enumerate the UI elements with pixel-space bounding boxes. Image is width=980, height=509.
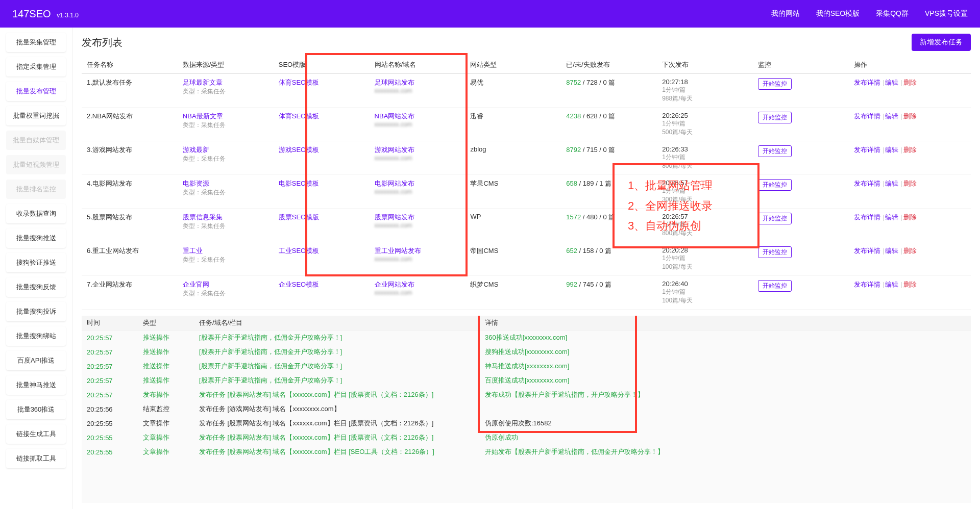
sidebar-item[interactable]: 收录数据查询 <box>6 204 66 223</box>
detail-link[interactable]: 发布详情 <box>854 180 880 187</box>
detail-link[interactable]: 发布详情 <box>854 213 880 221</box>
title-row: 发布列表 新增发布任务 <box>82 34 971 51</box>
table-row: 5.股票网站发布股票信息采集类型：采集任务股票SEO模版股票网站发布xxxxxx… <box>82 209 971 242</box>
nav-link[interactable]: 我的SEO模版 <box>816 9 860 18</box>
sidebar-item[interactable]: 批量权重词挖掘 <box>6 106 66 125</box>
delete-link[interactable]: 删除 <box>903 146 917 154</box>
monitor-cell: 开始监控 <box>753 108 849 141</box>
task-name: 5.股票网站发布 <box>82 209 178 242</box>
source-link[interactable]: NBA最新文章 <box>183 112 223 120</box>
delete-link[interactable]: 删除 <box>903 247 917 254</box>
edit-link[interactable]: 编辑 <box>885 112 898 120</box>
edit-link[interactable]: 编辑 <box>885 79 898 86</box>
data-source: 游戏最新类型：采集任务 <box>178 141 274 175</box>
seo-link[interactable]: 企业SEO模板 <box>279 281 319 288</box>
sidebar-item[interactable]: 链接生成工具 <box>6 424 66 444</box>
site-type: zblog <box>465 141 561 175</box>
sidebar-item[interactable]: 批量搜狗推送 <box>6 228 66 248</box>
delete-link[interactable]: 删除 <box>903 79 917 86</box>
log-type: 推送操作 <box>138 373 194 388</box>
annotation-line: 2、全网推送收录 <box>628 196 744 216</box>
sidebar-item[interactable]: 批量搜狗反馈 <box>6 277 66 297</box>
task-name: 2.NBA网站发布 <box>82 108 178 141</box>
source-link[interactable]: 重工业 <box>183 247 203 254</box>
next-publish: 20:27:181分钟/篇988篇/每天 <box>657 74 753 108</box>
source-link[interactable]: 企业官网 <box>183 281 209 288</box>
log-task: [股票开户新手避坑指南，低佣金开户攻略分享！] <box>194 373 480 388</box>
detail-link[interactable]: 发布详情 <box>854 146 880 154</box>
start-monitor-button[interactable]: 开始监控 <box>758 112 792 123</box>
start-monitor-button[interactable]: 开始监控 <box>758 78 792 90</box>
sidebar-item[interactable]: 指定采集管理 <box>6 57 66 77</box>
log-task: 发布任务 [股票网站发布] 域名【xxxxxx.com】栏目 [股票资讯（文档：… <box>194 388 480 402</box>
sidebar-item[interactable]: 链接抓取工具 <box>6 449 66 468</box>
add-publish-task-button[interactable]: 新增发布任务 <box>912 34 971 51</box>
log-task: 发布任务 [股票网站发布] 域名【xxxxxx.com】栏目 [股票资讯（文档：… <box>194 430 480 445</box>
nav-link[interactable]: 采集QQ群 <box>876 9 909 18</box>
site-type: 易优 <box>465 74 561 108</box>
monitor-cell: 开始监控 <box>753 242 849 276</box>
delete-link[interactable]: 删除 <box>903 213 917 221</box>
sidebar-item[interactable]: 搜狗验证推送 <box>6 253 66 272</box>
detail-link[interactable]: 发布详情 <box>854 79 880 86</box>
start-monitor-button[interactable]: 开始监控 <box>758 179 792 191</box>
sidebar-item[interactable]: 批量神马推送 <box>6 375 66 395</box>
site-type: WP <box>465 209 561 242</box>
task-name: 1.默认发布任务 <box>82 74 178 108</box>
log-time: 20:25:55 <box>82 430 138 445</box>
start-monitor-button[interactable]: 开始监控 <box>758 145 792 157</box>
detail-link[interactable]: 发布详情 <box>854 112 880 120</box>
edit-link[interactable]: 编辑 <box>885 213 898 221</box>
sidebar-item[interactable]: 批量搜狗绑站 <box>6 326 66 346</box>
edit-link[interactable]: 编辑 <box>885 180 898 187</box>
annotation-line: 1、批量网站管理 <box>628 175 744 196</box>
brand-name: 147SEO <box>12 8 51 19</box>
seo-template: 企业SEO模板 <box>274 276 370 310</box>
operation-cell: 发布详情|编辑|删除 <box>849 175 971 209</box>
log-task: 发布任务 [游戏网站发布] 域名【xxxxxxxx.com】 <box>194 402 480 416</box>
brand-version: v1.3.1.0 <box>57 12 79 19</box>
start-monitor-button[interactable]: 开始监控 <box>758 213 792 224</box>
delete-link[interactable]: 删除 <box>903 281 917 288</box>
nav-link[interactable]: VPS拨号设置 <box>925 9 968 18</box>
log-time: 20:25:57 <box>82 359 138 373</box>
start-monitor-button[interactable]: 开始监控 <box>758 280 792 292</box>
source-link[interactable]: 足球最新文章 <box>183 79 223 86</box>
table-row: 4.电影网站发布电影资源类型：采集任务电影SEO模板电影网站发布xxxxxxxx… <box>82 175 971 209</box>
table-header: 网站类型 <box>465 56 561 74</box>
operation-cell: 发布详情|编辑|删除 <box>849 242 971 276</box>
edit-link[interactable]: 编辑 <box>885 281 898 288</box>
sidebar-item[interactable]: 百度API推送 <box>6 351 66 370</box>
operation-cell: 发布详情|编辑|删除 <box>849 141 971 175</box>
sidebar: 批量采集管理指定采集管理批量发布管理批量权重词挖掘批量自媒体管理批量短视频管理批… <box>0 28 72 509</box>
sidebar-item[interactable]: 批量360推送 <box>6 400 66 419</box>
delete-link[interactable]: 删除 <box>903 180 917 187</box>
data-source: 企业官网类型：采集任务 <box>178 276 274 310</box>
log-time: 20:25:56 <box>82 402 138 416</box>
table-header: 监控 <box>753 56 849 74</box>
detail-link[interactable]: 发布详情 <box>854 247 880 254</box>
table-header: 操作 <box>849 56 971 74</box>
source-link[interactable]: 电影资源 <box>183 180 209 187</box>
operation-cell: 发布详情|编辑|删除 <box>849 74 971 108</box>
publish-count: 8752 / 728 / 0 篇 <box>561 74 657 108</box>
edit-link[interactable]: 编辑 <box>885 247 898 254</box>
edit-link[interactable]: 编辑 <box>885 146 898 154</box>
task-name: 6.重工业网站发布 <box>82 242 178 276</box>
log-type: 文章操作 <box>138 445 194 459</box>
log-header: 类型 <box>138 316 194 330</box>
start-monitor-button[interactable]: 开始监控 <box>758 246 792 258</box>
source-link[interactable]: 股票信息采集 <box>183 213 223 221</box>
delete-link[interactable]: 删除 <box>903 112 917 120</box>
site-link[interactable]: 企业网站发布 <box>375 281 414 288</box>
sidebar-item[interactable]: 批量采集管理 <box>6 33 66 52</box>
operation-cell: 发布详情|编辑|删除 <box>849 108 971 141</box>
table-header: 数据来源/类型 <box>178 56 274 74</box>
monitor-cell: 开始监控 <box>753 141 849 175</box>
sidebar-item[interactable]: 批量发布管理 <box>6 82 66 101</box>
detail-link[interactable]: 发布详情 <box>854 281 880 288</box>
sidebar-item[interactable]: 批量搜狗投诉 <box>6 302 66 321</box>
nav-link[interactable]: 我的网站 <box>771 9 800 18</box>
log-time: 20:25:57 <box>82 330 138 345</box>
source-link[interactable]: 游戏最新 <box>183 146 209 154</box>
